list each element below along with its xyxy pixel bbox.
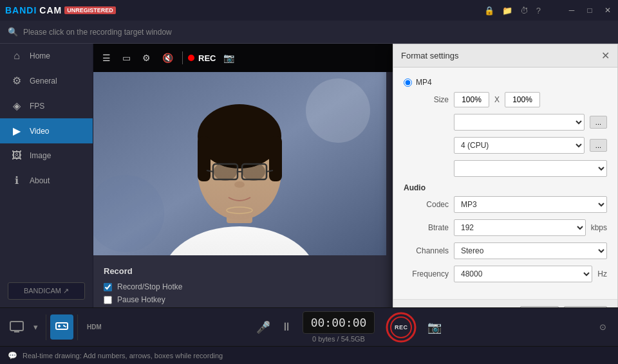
rec-circle-button[interactable]: REC [395,324,408,331]
hdmi-mode-btn[interactable]: HDMI [82,314,105,340]
rec-label: REC [198,53,216,63]
bandicam-link-button[interactable]: BANDICAM ↗ [8,282,85,300]
mp4-label: MP4 [416,78,432,87]
sidebar-item-image[interactable]: 🖼 Image [0,143,93,168]
codec-select-3[interactable] [454,160,607,177]
unregistered-badge: UNREGISTERED [64,6,116,14]
rec-button[interactable]: REC [188,53,216,63]
sidebar: ⌂ Home ⚙ General ◈ FPS ▶ Video 🖼 Image ℹ [0,44,93,307]
title-bar: BANDI CAM UNREGISTERED 🔒 📁 ⏱ ? ─ □ ✕ [0,0,618,21]
size-x-label: X [494,95,500,104]
pause-button[interactable]: ⏸ [281,320,292,334]
status-center: 🎤 ⏸ 00:00:00 0 bytes / 54.5GB REC 📷 [110,311,588,343]
timer-display: 00:00:00 [303,311,375,334]
ok-button[interactable]: OK [520,306,558,307]
search-placeholder-text: Please click on the recording target win… [23,28,172,37]
checkbox-pause-hotkey: Pause Hotkey [104,295,379,304]
size-height-input[interactable] [505,92,540,107]
record-hotkey-checkbox[interactable] [104,283,112,291]
audio-codec-select[interactable]: MP3 [454,196,607,213]
toolbar-separator-1 [182,51,183,64]
bitrate-row: Btrate 192 kbps [404,219,607,236]
sidebar-item-fps[interactable]: ◈ FPS [0,93,93,118]
cancel-button[interactable]: Cancel [564,306,607,307]
sidebar-bottom: BANDICAM ↗ [0,275,93,307]
toolbar-screenshot-button[interactable]: 📷 [220,50,238,66]
lock-icon[interactable]: 🔒 [484,6,494,15]
logo-bandi: BANDI [5,5,37,15]
bitrate-select[interactable]: 192 [454,219,586,236]
maximize-button[interactable]: □ [585,5,595,15]
codec-row-2: 4 (CPU) ... [404,137,607,154]
size-width-input[interactable] [454,92,489,107]
codec-dots-btn-1[interactable]: ... [590,116,607,129]
logo: BANDI CAM UNREGISTERED [5,5,116,15]
bitrate-unit: kbps [591,223,607,232]
clock-icon[interactable]: ⏱ [520,6,529,15]
dialog-close-button[interactable]: ✕ [601,50,610,62]
mp4-radio[interactable] [404,78,412,87]
status-right-icon-btn[interactable]: ⊙ [595,318,610,336]
sidebar-item-general[interactable]: ⚙ General [0,68,93,93]
sidebar-label-general: General [30,77,57,86]
content-panel: ☰ ▭ ⚙ 🔇 REC 📷 ✕ [93,44,618,307]
gear-icon: ⚙ [10,75,23,87]
chat-icon: 💬 [8,351,17,360]
help-icon[interactable]: ? [536,6,541,15]
toolbar-rect-button[interactable]: ▭ [118,50,135,66]
logo-cam: CAM [39,5,62,15]
channels-label: Channels [404,246,449,255]
pause-hotkey-label: Pause Hotkey [117,295,165,304]
record-section-title: Record [104,266,379,276]
svg-point-10 [242,163,265,181]
bottom-strip: 💬 Real-time drawing: Add numbers, arrows… [0,346,618,364]
frequency-label: Frequency [404,269,449,278]
title-bar-icons: 🔒 📁 ⏱ ? ─ □ ✕ [484,5,613,15]
dialog-title: Format settings [401,51,459,60]
codec-row-1: ... [404,114,607,131]
mic-button[interactable]: 🎤 [256,320,270,334]
checkbox-record-hotkey: Record/Stop Hotke [104,282,379,291]
search-bar: 🔍 Please click on the recording target w… [0,21,618,44]
toolbar-menu-button[interactable]: ☰ [98,50,115,66]
app-window: BANDI CAM UNREGISTERED 🔒 📁 ⏱ ? ─ □ ✕ 🔍 P… [0,0,618,364]
svg-point-1 [306,78,370,143]
svg-point-22 [65,326,66,327]
game-mode-btn[interactable] [50,314,73,340]
home-icon: ⌂ [10,50,23,62]
record-hotkey-label: Record/Stop Hotke [117,282,182,291]
minimize-button[interactable]: ─ [566,5,577,15]
codec-select-1[interactable] [454,114,585,131]
status-right: ⊙ [588,318,618,336]
chevron-down-btn[interactable]: ▾ [30,318,42,336]
status-strip-text: Real-time drawing: Add numbers, arrows, … [23,352,223,359]
sidebar-item-about[interactable]: ℹ About [0,168,93,193]
sidebar-label-video: Video [30,127,49,136]
audio-section-label: Audio [404,183,607,192]
sidebar-item-home[interactable]: ⌂ Home [0,44,93,68]
audio-codec-row: Codec MP3 [404,196,607,213]
sidebar-label-fps: FPS [30,102,44,111]
toolbar-settings-button[interactable]: ⚙ [138,50,154,66]
svg-point-16 [234,181,245,188]
toolbar-audio-button[interactable]: 🔇 [158,50,177,66]
preview-person [93,72,386,255]
close-button[interactable]: ✕ [603,5,613,15]
codec-dots-btn-2[interactable]: ... [590,139,607,152]
status-separator-1 [46,314,46,340]
frequency-select[interactable]: 48000 [454,266,592,282]
size-row: Size X [404,92,607,107]
channels-select[interactable]: Stereo [454,242,607,259]
video-icon: ▶ [10,125,23,137]
codec-select-2[interactable]: 4 (CPU) [454,137,585,154]
info-icon: ℹ [10,174,23,187]
size-label: Size [404,95,449,104]
dialog-title-bar: Format settings ✕ [393,44,617,68]
sidebar-item-video[interactable]: ▶ Video [0,118,93,143]
status-bar: ▾ HDMI 🎤 ⏸ 00:00:00 0 bytes / 54 [0,307,618,346]
folder-icon[interactable]: 📁 [502,6,512,15]
pause-hotkey-checkbox[interactable] [104,296,112,304]
screen-record-mode-btn[interactable] [5,314,28,340]
webcam-toggle-button[interactable]: 📷 [427,320,442,334]
svg-point-21 [63,325,64,326]
